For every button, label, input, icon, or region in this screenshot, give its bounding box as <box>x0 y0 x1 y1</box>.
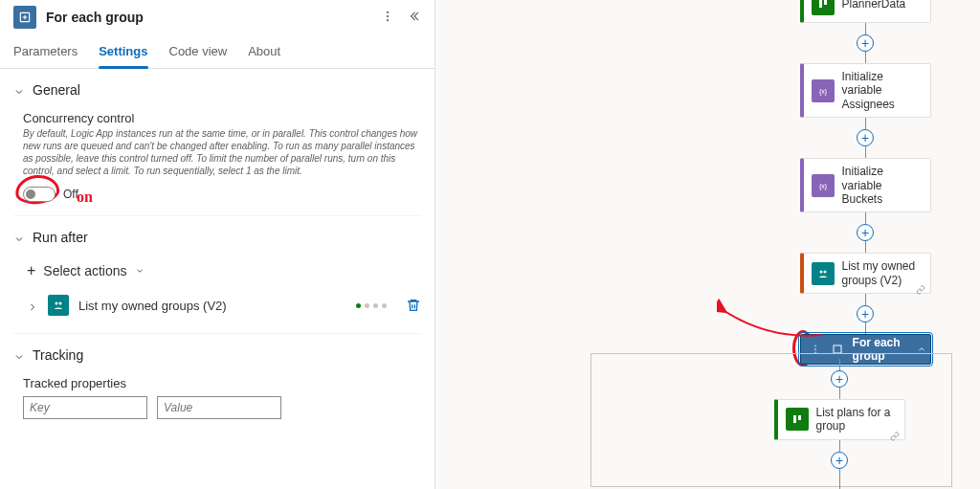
concurrency-toggle-label: Off <box>63 188 78 201</box>
o365-groups-icon <box>812 262 835 285</box>
svg-rect-6 <box>819 0 822 8</box>
add-step-button[interactable]: + <box>857 224 874 241</box>
more-icon[interactable] <box>381 10 394 26</box>
tracked-key-input[interactable] <box>23 396 147 419</box>
svg-point-1 <box>387 11 389 13</box>
workflow-column: PlannerData + {x} Initialize variable As… <box>768 0 962 365</box>
foreach-icon <box>13 6 36 29</box>
variable-icon: {x} <box>812 79 835 102</box>
add-step-button[interactable]: + <box>857 129 874 146</box>
planner-icon <box>812 0 835 15</box>
select-actions-button[interactable]: + Select actions <box>27 262 421 279</box>
run-after-status <box>356 303 387 308</box>
concurrency-control-title: Concurrency control <box>23 111 421 125</box>
workflow-node[interactable]: {x} Initialize variable Buckets <box>800 158 931 212</box>
svg-point-3 <box>387 19 389 21</box>
svg-point-12 <box>814 345 816 347</box>
panel-title: For each group <box>46 10 371 25</box>
chevron-down-icon <box>135 266 145 276</box>
chevron-right-icon <box>27 300 38 311</box>
chevron-down-icon <box>13 232 25 243</box>
delete-icon[interactable] <box>406 298 421 313</box>
run-after-label: List my owned groups (V2) <box>78 299 346 313</box>
svg-point-2 <box>387 15 389 17</box>
workflow-node[interactable]: List my owned groups (V2) <box>800 253 931 294</box>
link-icon <box>915 281 926 291</box>
concurrency-toggle[interactable] <box>23 187 56 202</box>
plus-icon: + <box>27 262 35 279</box>
annotation-text: on <box>77 189 93 206</box>
svg-point-11 <box>823 270 826 273</box>
tab-about[interactable]: About <box>248 44 280 68</box>
svg-point-4 <box>56 302 58 305</box>
svg-rect-16 <box>793 415 796 423</box>
svg-rect-7 <box>824 0 827 5</box>
tracking-section: Tracking Tracked properties <box>13 334 421 433</box>
run-after-section: Run after + Select actions List my owned… <box>13 216 421 334</box>
run-after-header[interactable]: Run after <box>13 230 421 245</box>
svg-rect-17 <box>798 415 801 420</box>
tab-settings[interactable]: Settings <box>99 44 147 68</box>
svg-point-10 <box>819 270 822 273</box>
collapse-icon[interactable] <box>408 10 421 26</box>
foreach-container: + List plans for a group + <box>590 353 952 487</box>
chevron-down-icon <box>13 349 25 361</box>
designer-canvas[interactable]: PlannerData + {x} Initialize variable As… <box>435 0 980 489</box>
workflow-node[interactable]: {x} Initialize variable Assignees <box>800 63 931 118</box>
general-header[interactable]: General <box>13 82 421 98</box>
tracked-properties-label: Tracked properties <box>23 376 421 390</box>
workflow-node[interactable]: PlannerData <box>800 0 931 23</box>
o365-groups-icon <box>48 295 69 316</box>
run-after-item[interactable]: List my owned groups (V2) <box>13 291 421 320</box>
link-icon <box>889 428 901 437</box>
panel-header: For each group <box>0 0 434 34</box>
add-step-button[interactable]: + <box>857 305 874 322</box>
add-step-button[interactable]: + <box>831 370 848 388</box>
add-step-button[interactable]: + <box>831 452 848 469</box>
svg-point-5 <box>59 302 62 305</box>
variable-icon: {x} <box>812 174 835 197</box>
tab-parameters[interactable]: Parameters <box>13 44 78 68</box>
workflow-node[interactable]: List plans for a group <box>774 399 905 440</box>
tracked-value-input[interactable] <box>157 396 281 419</box>
planner-icon <box>786 408 809 431</box>
tracking-header[interactable]: Tracking <box>13 347 421 363</box>
settings-panel: For each group Parameters Settings Code … <box>0 0 435 489</box>
svg-text:{x}: {x} <box>819 182 828 189</box>
tabs: Parameters Settings Code view About <box>0 34 434 69</box>
general-section: General Concurrency control By default, … <box>13 69 421 216</box>
add-step-button[interactable]: + <box>857 34 874 52</box>
svg-text:{x}: {x} <box>819 87 828 95</box>
concurrency-control-description: By default, Logic App instances run at t… <box>23 127 421 177</box>
chevron-down-icon <box>13 84 25 96</box>
svg-point-13 <box>814 348 816 350</box>
tab-code-view[interactable]: Code view <box>169 44 228 68</box>
